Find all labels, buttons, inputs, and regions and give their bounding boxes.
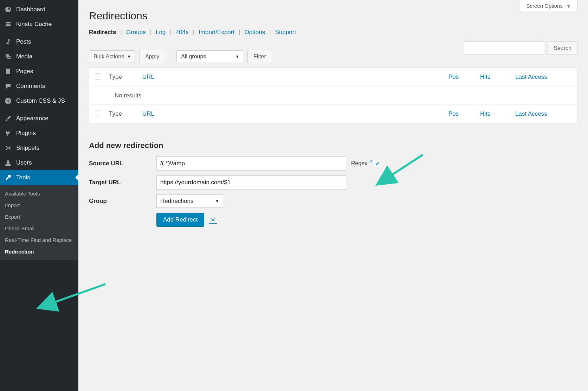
th-pos[interactable]: Pos bbox=[448, 73, 480, 81]
subnav-groups[interactable]: Groups bbox=[126, 29, 146, 36]
sidebar-sub-available-tools[interactable]: Available Tools bbox=[0, 188, 78, 199]
bulk-apply-button[interactable]: Apply bbox=[139, 50, 165, 63]
user-icon bbox=[4, 159, 12, 167]
select-all-checkbox[interactable] bbox=[95, 73, 101, 79]
select-all-checkbox-footer[interactable] bbox=[95, 110, 101, 116]
th-last-access[interactable]: Last Access bbox=[515, 73, 571, 81]
admin-sidebar: Dashboard Kinsta Cache Posts Media Pages… bbox=[0, 0, 78, 391]
page-title: Redirections bbox=[89, 10, 577, 22]
plug-icon bbox=[4, 129, 12, 137]
group-select[interactable]: Redirections ▼ bbox=[156, 194, 223, 208]
advanced-options-toggle[interactable] bbox=[209, 216, 217, 224]
tf-last-access[interactable]: Last Access bbox=[515, 110, 571, 117]
sidebar-item-label: Comments bbox=[16, 83, 45, 90]
bulk-actions-label: Bulk Actions bbox=[93, 53, 124, 60]
sidebar-item-custom-css-js[interactable]: Custom CSS & JS bbox=[0, 94, 78, 108]
svg-rect-1 bbox=[6, 24, 11, 25]
no-results-text: No results bbox=[95, 92, 142, 99]
subnav-redirects[interactable]: Redirects bbox=[89, 29, 116, 36]
media-icon bbox=[4, 53, 12, 60]
sidebar-item-pages[interactable]: Pages bbox=[0, 64, 78, 79]
sidebar-sub-import[interactable]: Import bbox=[0, 199, 78, 211]
subnav-options[interactable]: Options bbox=[245, 29, 265, 36]
sidebar-item-label: Dashboard bbox=[16, 6, 45, 13]
chevron-down-icon: ▼ bbox=[235, 54, 239, 59]
sidebar-submenu: Available Tools Import Export Check Emai… bbox=[0, 185, 78, 260]
label-source-url: Source URL bbox=[89, 160, 156, 167]
main-content: Screen Options ▼ Redirections Redirects|… bbox=[78, 0, 588, 391]
svg-point-3 bbox=[8, 57, 10, 58]
checkmark-icon bbox=[375, 161, 380, 166]
sidebar-item-tools[interactable]: Tools bbox=[0, 170, 78, 185]
sidebar-item-label: Pages bbox=[16, 68, 33, 75]
svg-point-7 bbox=[6, 149, 7, 150]
sidebar-item-label: Tools bbox=[16, 174, 30, 181]
subnav-404s[interactable]: 404s bbox=[176, 29, 189, 36]
table-footer-row: Type URL Pos Hits Last Access bbox=[89, 105, 577, 123]
label-group: Group bbox=[89, 198, 156, 205]
regex-checkbox[interactable] bbox=[374, 160, 381, 167]
comment-icon bbox=[4, 82, 12, 90]
row-submit: Add Redirect bbox=[89, 213, 577, 227]
sidebar-sub-check-email[interactable]: Check Email bbox=[0, 223, 78, 234]
sidebar-item-users[interactable]: Users bbox=[0, 155, 78, 170]
table-empty-row: No results bbox=[89, 86, 577, 104]
th-type: Type bbox=[109, 73, 142, 81]
sidebar-sub-find-replace[interactable]: Real-Time Find and Replace bbox=[0, 234, 78, 246]
sidebar-item-posts[interactable]: Posts bbox=[0, 34, 78, 49]
search-button[interactable]: Search bbox=[548, 41, 577, 55]
subnav-import-export[interactable]: Import/Export bbox=[199, 29, 234, 36]
dashboard-icon bbox=[4, 6, 12, 13]
plus-circle-icon bbox=[4, 97, 12, 105]
chevron-down-icon: ▼ bbox=[566, 4, 571, 9]
row-target-url: Target URL bbox=[89, 175, 577, 190]
tf-hits[interactable]: Hits bbox=[480, 110, 515, 117]
sub-navigation: Redirects| Groups| Log| 404s| Import/Exp… bbox=[89, 29, 577, 36]
sidebar-item-label: Snippets bbox=[16, 145, 39, 152]
sidebar-item-snippets[interactable]: Snippets bbox=[0, 141, 78, 155]
input-source-url[interactable] bbox=[156, 156, 346, 171]
sidebar-item-appearance[interactable]: Appearance bbox=[0, 111, 78, 126]
tf-url[interactable]: URL bbox=[142, 110, 448, 117]
sidebar-item-label: Appearance bbox=[16, 115, 49, 122]
pin-icon bbox=[4, 38, 12, 46]
sidebar-item-label: Custom CSS & JS bbox=[16, 97, 65, 104]
subnav-support[interactable]: Support bbox=[275, 29, 296, 36]
label-regex: Regex bbox=[351, 160, 367, 167]
stack-icon bbox=[4, 20, 12, 28]
sidebar-item-label: Kinsta Cache bbox=[16, 21, 52, 28]
input-target-url[interactable] bbox=[156, 175, 346, 190]
th-url[interactable]: URL bbox=[142, 73, 448, 81]
redirects-table: Type URL Pos Hits Last Access No results… bbox=[89, 68, 577, 123]
row-group: Group Redirections ▼ bbox=[89, 194, 577, 208]
tf-type: Type bbox=[109, 110, 142, 117]
table-header-row: Type URL Pos Hits Last Access bbox=[89, 68, 577, 86]
tf-pos[interactable]: Pos bbox=[448, 110, 480, 117]
sidebar-sub-export[interactable]: Export bbox=[0, 211, 78, 223]
add-redirect-button[interactable]: Add Redirect bbox=[156, 213, 204, 227]
chevron-down-icon: ▼ bbox=[215, 199, 219, 204]
th-hits[interactable]: Hits bbox=[480, 73, 515, 81]
regex-wrap: Regex ? bbox=[351, 160, 381, 167]
sidebar-item-media[interactable]: Media bbox=[0, 49, 78, 64]
label-target-url: Target URL bbox=[89, 179, 156, 186]
screen-options-toggle[interactable]: Screen Options ▼ bbox=[520, 0, 577, 12]
bulk-actions-select[interactable]: Bulk Actions ▼ bbox=[89, 50, 135, 63]
scissors-icon bbox=[4, 144, 12, 152]
filter-button[interactable]: Filter bbox=[247, 50, 272, 63]
sidebar-item-kinsta-cache[interactable]: Kinsta Cache bbox=[0, 17, 78, 32]
regex-help-link[interactable]: ? bbox=[369, 159, 372, 164]
groups-filter-select[interactable]: All groups ▼ bbox=[176, 50, 243, 63]
svg-point-8 bbox=[7, 160, 9, 163]
svg-point-6 bbox=[6, 146, 7, 147]
sidebar-item-plugins[interactable]: Plugins bbox=[0, 126, 78, 141]
sidebar-sub-redirection[interactable]: Redirection bbox=[0, 246, 78, 257]
sidebar-item-dashboard[interactable]: Dashboard bbox=[0, 2, 78, 17]
svg-point-9 bbox=[212, 219, 214, 220]
row-source-url: Source URL Regex ? bbox=[89, 156, 577, 171]
sidebar-item-comments[interactable]: Comments bbox=[0, 79, 78, 94]
brush-icon bbox=[4, 115, 12, 122]
subnav-log[interactable]: Log bbox=[156, 29, 166, 36]
sidebar-item-label: Posts bbox=[16, 38, 31, 45]
search-input[interactable] bbox=[464, 41, 544, 55]
